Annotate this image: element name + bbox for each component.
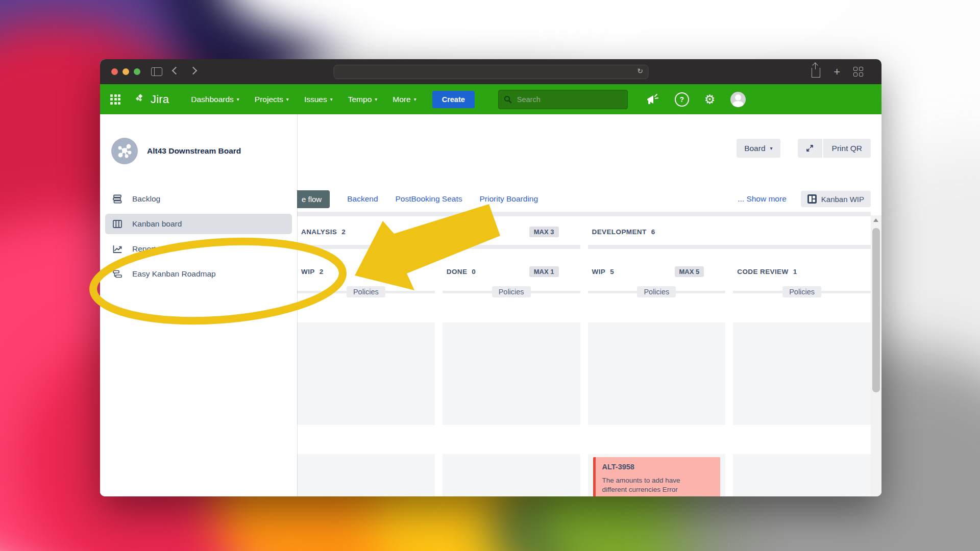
- board-view-dropdown[interactable]: Board ▾: [737, 139, 780, 158]
- column-cell: [733, 322, 871, 425]
- quick-filters: e flow Backend PostBooking Seats Priorit…: [293, 190, 538, 208]
- column-group-divider: [588, 245, 871, 249]
- chevron-down-icon: ▾: [770, 145, 773, 151]
- kanban-board-icon: [112, 218, 123, 230]
- column-group-development: DEVELOPMENT 6: [588, 223, 871, 249]
- board-content: Board ▾ Print QR e: [100, 114, 881, 496]
- subcolumn-wip-analysis: WIP 2 Policies: [297, 264, 435, 297]
- app-switcher-icon[interactable]: [110, 94, 120, 105]
- column-count: 2: [341, 228, 346, 236]
- help-icon[interactable]: ?: [675, 92, 689, 107]
- subcolumn-wip-development: WIP 5 MAX 5 Policies: [588, 264, 726, 297]
- expand-icon: [805, 144, 814, 153]
- board-header-controls: Board ▾ Print QR: [737, 139, 871, 158]
- tab-overview-icon[interactable]: [853, 67, 863, 77]
- sidebar-toggle-icon[interactable]: [151, 67, 162, 76]
- forward-icon[interactable]: [189, 67, 198, 75]
- nav-menu-issues[interactable]: Issues ▾: [297, 90, 340, 109]
- sidebar-item-backlog[interactable]: Backlog: [105, 189, 292, 209]
- nav-menu-dashboards[interactable]: Dashboards ▾: [183, 90, 247, 109]
- desktop: ↻ + Jira Dashboards: [0, 0, 980, 551]
- subcolumn-count: 2: [320, 268, 324, 276]
- kanban-wip-toggle[interactable]: Kanban WIP: [801, 191, 871, 207]
- columns-top-divider: [297, 212, 871, 216]
- column-cell: ALT-3958 The amounts to add have differe…: [588, 454, 726, 496]
- sidebar-item-label: Backlog: [132, 194, 160, 204]
- nav-search-box[interactable]: [498, 90, 628, 109]
- fullscreen-button[interactable]: [798, 139, 823, 158]
- max-limit-badge: MAX 3: [529, 227, 559, 237]
- url-bar[interactable]: ↻: [333, 65, 648, 79]
- search-input[interactable]: [516, 95, 622, 104]
- issue-key[interactable]: ALT-3958: [602, 463, 714, 471]
- close-window-button[interactable]: [111, 68, 118, 75]
- jira-brand-text: Jira: [151, 93, 169, 106]
- megaphone-icon[interactable]: [645, 93, 659, 106]
- browser-titlebar: ↻ +: [100, 59, 881, 84]
- share-icon[interactable]: [812, 68, 820, 78]
- sidebar-item-reports[interactable]: Reports: [105, 239, 292, 259]
- nav-menu-tempo[interactable]: Tempo ▾: [340, 90, 385, 109]
- issue-summary: The amounts to add have different curren…: [602, 476, 707, 494]
- column-groups: ANALYSIS 2 MAX 3 DEVELOPMENT 6: [297, 223, 871, 249]
- navbar-right-icons: ? ⚙: [645, 92, 746, 107]
- subcolumn-done: DONE 0 MAX 1 Policies: [443, 264, 580, 297]
- filter-postbooking-seats[interactable]: PostBooking Seats: [396, 194, 462, 204]
- create-button[interactable]: Create: [432, 91, 475, 108]
- board-actions-group: Print QR: [798, 139, 871, 158]
- scroll-up-icon[interactable]: [873, 218, 878, 222]
- nav-menu-label: Issues: [304, 95, 327, 104]
- column-cell: [297, 322, 435, 425]
- kanban-wip-label: Kanban WIP: [821, 195, 864, 204]
- issue-card[interactable]: ALT-3958 The amounts to add have differe…: [593, 457, 721, 496]
- jira-logo-icon: [134, 93, 147, 106]
- policies-toggle[interactable]: Policies: [782, 286, 821, 297]
- gear-icon[interactable]: ⚙: [704, 93, 716, 106]
- scrollbar-thumb[interactable]: [872, 228, 880, 392]
- subcolumn-title: DONE: [447, 268, 468, 276]
- user-avatar[interactable]: [730, 92, 746, 107]
- sidebar-item-kanban-board[interactable]: Kanban board: [105, 214, 292, 234]
- jira-navbar: Jira Dashboards ▾ Projects ▾ Issues ▾ Te…: [100, 84, 881, 114]
- nav-menu-projects[interactable]: Projects ▾: [247, 90, 297, 109]
- max-limit-badge: MAX 1: [529, 266, 559, 277]
- sidebar-item-easy-kanban-roadmap[interactable]: Easy Kanban Roadmap: [105, 264, 292, 284]
- nav-menu-label: Tempo: [348, 95, 372, 104]
- chevron-down-icon: ▾: [375, 96, 377, 102]
- nav-menu-label: Projects: [255, 95, 283, 104]
- max-limit-badge: MAX 5: [675, 266, 704, 277]
- subcolumn-title: CODE REVIEW: [737, 268, 788, 276]
- sidebar-header: Alt43 Downstream Board: [100, 114, 297, 164]
- filter-backend[interactable]: Backend: [347, 194, 378, 204]
- show-more-link[interactable]: ... Show more: [738, 194, 787, 204]
- column-cell: [443, 322, 580, 425]
- vertical-scrollbar[interactable]: [871, 215, 881, 496]
- sub-columns: WIP 2 Policies DONE 0 MAX 1 Policies WIP: [297, 264, 871, 297]
- sidebar-menu: Backlog Kanban board: [100, 189, 297, 284]
- nav-menu-more[interactable]: More ▾: [385, 90, 424, 109]
- filter-active-flow[interactable]: e flow: [293, 190, 330, 208]
- column-cell: [733, 454, 871, 496]
- reload-icon[interactable]: ↻: [637, 67, 643, 75]
- titlebar-actions: +: [812, 66, 863, 78]
- board-view-label: Board: [744, 144, 765, 153]
- new-tab-icon[interactable]: +: [834, 67, 840, 77]
- zoom-window-button[interactable]: [134, 68, 140, 75]
- swimlane-row: ALT-3958 The amounts to add have differe…: [297, 454, 871, 496]
- print-qr-button[interactable]: Print QR: [823, 139, 871, 158]
- sidebar-item-label: Reports: [132, 244, 160, 254]
- subcolumn-count: 1: [793, 268, 797, 276]
- url-field[interactable]: [334, 68, 648, 76]
- search-icon: [504, 95, 512, 104]
- policies-toggle[interactable]: Policies: [492, 286, 531, 297]
- browser-window: ↻ + Jira Dashboards: [100, 59, 881, 496]
- minimize-window-button[interactable]: [122, 68, 129, 75]
- policies-toggle[interactable]: Policies: [637, 286, 676, 297]
- filter-priority-boarding[interactable]: Priority Boarding: [480, 194, 538, 204]
- nav-menu-label: Dashboards: [191, 95, 234, 104]
- jira-logo[interactable]: Jira: [134, 93, 169, 106]
- chevron-down-icon: ▾: [330, 96, 333, 102]
- column-cell: [297, 454, 435, 496]
- policies-toggle[interactable]: Policies: [347, 286, 385, 297]
- back-icon[interactable]: [172, 67, 180, 75]
